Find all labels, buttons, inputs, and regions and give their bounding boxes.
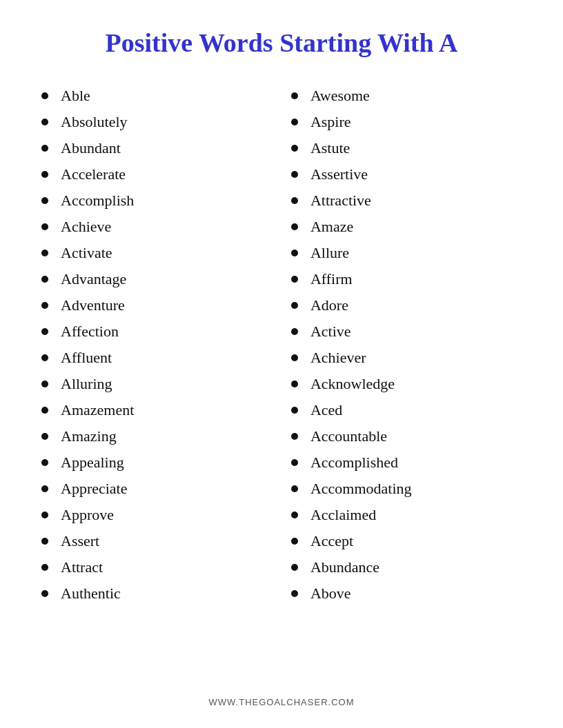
bullet-icon [291, 512, 298, 518]
bullet-icon [41, 590, 48, 597]
left-word-column: AbleAbsolutelyAbundantAccelerateAccompli… [41, 83, 272, 607]
word-label: Affection [61, 323, 119, 341]
bullet-icon [41, 564, 48, 571]
word-label: Aced [310, 401, 342, 419]
bullet-icon [291, 354, 298, 361]
bullet-icon [291, 538, 298, 545]
bullet-icon [41, 407, 48, 414]
page-title: Positive Words Starting With A [106, 28, 458, 58]
word-label: Appreciate [61, 480, 128, 498]
word-label: Above [310, 585, 351, 603]
bullet-icon [291, 590, 298, 597]
list-item: Amazement [41, 397, 272, 423]
bullet-icon [291, 145, 298, 152]
list-item: Adore [291, 292, 522, 318]
list-item: Appealing [41, 449, 272, 476]
bullet-icon [291, 564, 298, 571]
word-label: Aspire [310, 113, 351, 131]
bullet-icon [41, 354, 48, 361]
right-word-column: AwesomeAspireAstuteAssertiveAttractiveAm… [291, 83, 522, 607]
word-label: Amaze [310, 218, 353, 236]
list-item: Adventure [41, 292, 272, 318]
list-item: Advantage [41, 266, 272, 292]
list-item: Accomplished [291, 449, 522, 476]
word-label: Adore [310, 296, 348, 314]
word-label: Adventure [61, 296, 125, 314]
list-item: Abundance [291, 554, 522, 580]
word-label: Accomplish [61, 192, 134, 210]
word-label: Achieve [61, 218, 111, 236]
list-item: Affirm [291, 266, 522, 292]
list-item: Assertive [291, 161, 522, 188]
word-label: Absolutely [61, 113, 128, 131]
list-item: Activate [41, 240, 272, 266]
list-item: Able [41, 83, 272, 109]
bullet-icon [41, 328, 48, 335]
bullet-icon [291, 171, 298, 178]
word-label: Appealing [61, 454, 124, 472]
bullet-icon [291, 328, 298, 335]
word-label: Accomplished [310, 454, 398, 472]
list-item: Accommodating [291, 476, 522, 502]
list-item: Accountable [291, 423, 522, 449]
bullet-icon [41, 485, 48, 492]
bullet-icon [291, 433, 298, 440]
word-label: Approve [61, 506, 114, 524]
bullet-icon [41, 145, 48, 152]
list-item: Aspire [291, 109, 522, 135]
list-item: Attract [41, 554, 272, 580]
list-item: Acclaimed [291, 502, 522, 528]
list-item: Approve [41, 502, 272, 528]
list-item: Accept [291, 528, 522, 554]
bullet-icon [291, 302, 298, 309]
list-item: Allure [291, 240, 522, 266]
word-label: Abundance [310, 558, 379, 576]
word-label: Attract [61, 558, 103, 576]
bullet-icon [41, 119, 48, 125]
word-label: Advantage [61, 270, 126, 288]
list-item: Astute [291, 135, 522, 161]
word-label: Assertive [310, 165, 368, 183]
bullet-icon [41, 197, 48, 204]
bullet-icon [291, 119, 298, 125]
word-label: Attractive [310, 192, 371, 210]
footer-url: WWW.THEGOALCHASER.COM [209, 676, 355, 707]
list-item: Affluent [41, 345, 272, 371]
list-item: Achiever [291, 345, 522, 371]
bullet-icon [41, 459, 48, 466]
word-label: Able [61, 87, 90, 105]
bullet-icon [291, 459, 298, 466]
word-label: Accelerate [61, 165, 126, 183]
list-item: Abundant [41, 135, 272, 161]
bullet-icon [291, 223, 298, 230]
list-item: Active [291, 318, 522, 345]
list-item: Aced [291, 397, 522, 423]
word-label: Assert [61, 532, 99, 550]
word-label: Accept [310, 532, 353, 550]
bullet-icon [41, 276, 48, 283]
word-label: Astute [310, 139, 350, 157]
word-label: Active [310, 323, 351, 341]
word-label: Alluring [61, 375, 112, 393]
bullet-icon [41, 302, 48, 309]
list-item: Affection [41, 318, 272, 345]
word-label: Acclaimed [310, 506, 376, 524]
list-item: Appreciate [41, 476, 272, 502]
list-item: Absolutely [41, 109, 272, 135]
word-label: Acknowledge [310, 375, 395, 393]
bullet-icon [291, 197, 298, 204]
word-label: Affluent [61, 349, 112, 367]
list-item: Awesome [291, 83, 522, 109]
bullet-icon [41, 223, 48, 230]
list-item: Amazing [41, 423, 272, 449]
word-label: Awesome [310, 87, 370, 105]
bullet-icon [41, 512, 48, 518]
bullet-icon [291, 250, 298, 256]
bullet-icon [291, 407, 298, 414]
bullet-icon [291, 381, 298, 387]
list-item: Assert [41, 528, 272, 554]
word-label: Amazing [61, 427, 117, 445]
word-columns: AbleAbsolutelyAbundantAccelerateAccompli… [41, 83, 522, 607]
list-item: Attractive [291, 188, 522, 214]
list-item: Accomplish [41, 188, 272, 214]
